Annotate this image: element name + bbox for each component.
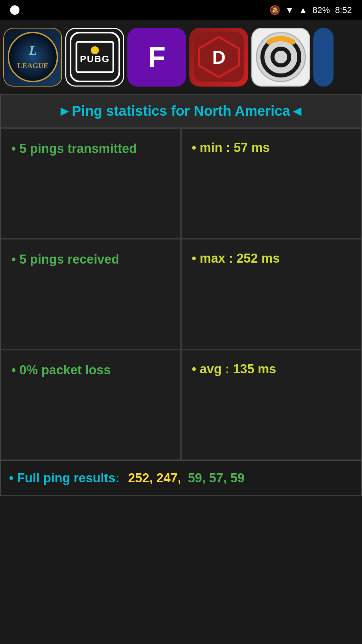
stat-cell-max: • max : 252 ms	[181, 239, 361, 350]
svg-text:F: F	[148, 41, 166, 73]
results-low-values: 59, 57, 59	[188, 471, 244, 485]
stat-cell-received: • 5 pings received	[1, 239, 181, 350]
avg-ping-text: • avg : 135 ms	[192, 362, 276, 376]
ping-header: ►Ping statistics for North America◄	[0, 94, 362, 128]
record-indicator	[10, 5, 19, 15]
app-icon-dota[interactable]: D	[189, 28, 248, 87]
stat-cell-packet-loss: • 0% packet loss	[1, 350, 181, 460]
status-bar: 🔕 ▼ ▲ 82% 8:52	[0, 0, 362, 20]
battery-level: 82%	[312, 5, 330, 15]
pings-transmitted-text: • 5 pings transmitted	[11, 141, 137, 157]
wifi-icon: ▼	[285, 5, 294, 15]
results-bar: • Full ping results: 252, 247, 59, 57, 5…	[0, 460, 362, 496]
signal-icon: ▲	[299, 5, 308, 15]
app-icon-lol[interactable]: L LEAGUE	[3, 28, 62, 87]
time-display: 8:52	[335, 5, 352, 15]
max-ping-text: • max : 252 ms	[192, 251, 280, 266]
app-icon-pubg[interactable]: PUBG	[65, 28, 124, 87]
app-icon-fortnite[interactable]: F	[127, 28, 186, 87]
app-icons-row: L LEAGUE PUBG F D	[0, 20, 362, 94]
results-high-values: 252, 247,	[128, 471, 181, 485]
stat-cell-transmitted: • 5 pings transmitted	[1, 128, 181, 239]
ping-header-text: ►Ping statistics for North America◄	[58, 103, 304, 119]
app-icon-overwatch[interactable]	[251, 28, 310, 87]
min-ping-text: • min : 57 ms	[192, 141, 270, 155]
status-left	[10, 5, 19, 15]
app-icon-partial[interactable]	[313, 28, 334, 87]
status-right: 🔕 ▼ ▲ 82% 8:52	[269, 5, 352, 15]
notification-muted-icon: 🔕	[269, 5, 280, 15]
packet-loss-text: • 0% packet loss	[11, 362, 111, 378]
svg-text:PUBG: PUBG	[80, 54, 110, 64]
results-label: • Full ping results:	[9, 471, 120, 485]
stats-grid: • 5 pings transmitted • min : 57 ms • 5 …	[0, 128, 362, 460]
svg-text:L: L	[28, 43, 37, 57]
stat-cell-avg: • avg : 135 ms	[181, 350, 361, 460]
pings-received-text: • 5 pings received	[11, 251, 119, 268]
svg-text:LEAGUE: LEAGUE	[17, 61, 48, 70]
svg-text:D: D	[212, 47, 226, 68]
svg-point-6	[91, 46, 99, 54]
stat-cell-min: • min : 57 ms	[181, 128, 361, 239]
